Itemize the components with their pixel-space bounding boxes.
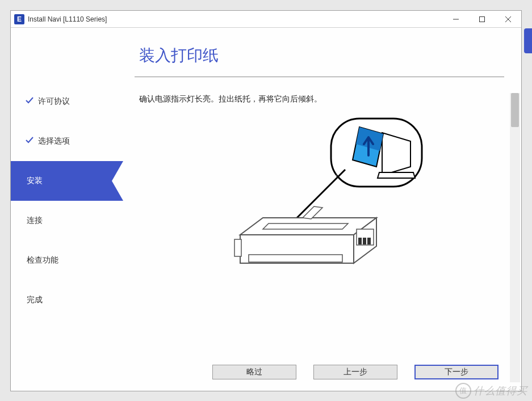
close-button[interactable] [495,11,521,27]
app-icon: E [14,14,24,24]
minimize-button[interactable] [443,11,469,27]
watermark-text: 什么值得买 [474,384,527,398]
step-label: 检查功能 [27,255,58,265]
step-label: 完成 [27,295,43,305]
check-icon [26,136,33,145]
svg-rect-11 [234,239,241,256]
skip-button[interactable]: 略过 [212,365,296,379]
watermark-icon: 值 [455,383,471,399]
svg-rect-8 [358,238,362,244]
maximize-button[interactable] [469,11,495,27]
titlebar: E Install Navi [L1110 Series] [11,11,521,28]
step-label: 安装 [27,176,43,186]
step-options: 选择选项 [11,121,123,161]
scroll-thumb[interactable] [511,93,519,127]
window-title: Install Navi [L1110 Series] [28,15,443,23]
watermark: 值 什么值得买 [455,383,527,399]
step-label: 选择选项 [38,136,70,146]
step-check: 检查功能 [11,240,123,280]
check-icon [26,96,33,105]
step-install: 安装 [11,161,123,201]
svg-rect-1 [480,16,485,22]
step-label: 许可协议 [38,96,70,107]
instruction-text: 确认电源指示灯长亮。拉出纸托，再将它向后倾斜。 [135,94,504,104]
back-button[interactable]: 上一步 [313,365,397,379]
step-label: 连接 [27,216,43,226]
main-panel: 装入打印纸 确认电源指示灯长亮。拉出纸托，再将它向后倾斜。 [123,28,521,391]
sidebar: 许可协议 选择选项 安装 连接 检查功能 完成 [11,28,123,391]
page-title: 装入打印纸 [135,45,504,77]
button-bar: 略过 上一步 下一步 [212,365,499,379]
window-controls [443,11,521,27]
printer-illustration [135,116,504,275]
svg-marker-5 [297,170,345,218]
step-connect: 连接 [11,201,123,240]
side-blue-tab [524,28,532,53]
content-area: 许可协议 选择选项 安装 连接 检查功能 完成 装入打印 [11,28,521,391]
step-license: 许可协议 [11,82,123,121]
svg-rect-10 [367,238,371,244]
scrollbar[interactable] [510,93,520,382]
step-finish: 完成 [11,280,123,320]
svg-rect-9 [363,238,366,244]
installer-window: E Install Navi [L1110 Series] 许可协议 [10,10,522,391]
next-button[interactable]: 下一步 [414,365,499,379]
